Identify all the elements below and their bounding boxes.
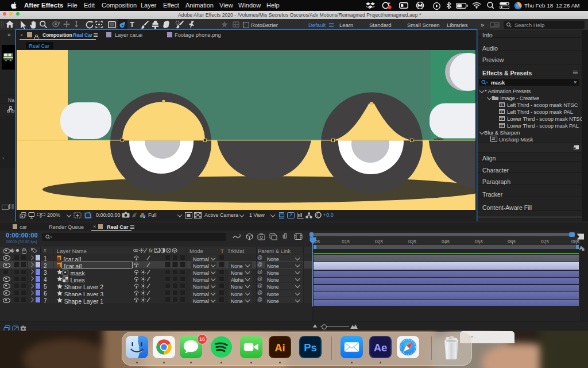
svg-text:Ps: Ps [304,342,317,354]
svg-text:Ai: Ai [274,342,285,354]
svg-text:Ae: Ae [373,342,387,354]
